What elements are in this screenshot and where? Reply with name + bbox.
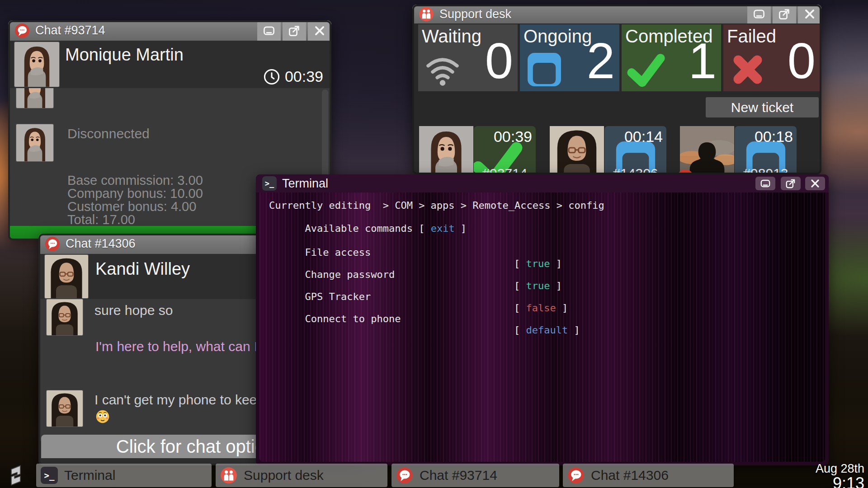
config-name: GPS Tracker [305, 291, 371, 302]
customer-name: Monique Martin [65, 45, 184, 65]
config-row-connect-to-phone: Connect to phone [ default ] [269, 302, 825, 347]
terminal-breadcrumb: Currently editing > COM > apps > Remote_… [269, 200, 604, 211]
commission-line: Total: 17.00 [67, 212, 135, 226]
stat-failed-value: 0 [788, 34, 816, 88]
terminal-prompt-icon: >_ [262, 176, 277, 191]
close-button[interactable] [805, 177, 825, 190]
ticket-avatar[interactable]: 1 [680, 126, 734, 180]
terminal-icon: >_ [41, 467, 58, 484]
ticket-avatar[interactable] [419, 126, 473, 180]
terminal-output: Currently editing > COM > apps > Remote_… [259, 192, 825, 462]
chat1-titlebar[interactable]: Chat #93714 [8, 20, 331, 41]
ticket-14306[interactable]: 00:14 #14306 [604, 126, 666, 180]
stat-completed-value: 1 [689, 34, 717, 88]
terminal-window-title: Terminal [282, 177, 328, 191]
status-message: Disconnected [67, 126, 150, 141]
ticket-avatar[interactable] [550, 126, 604, 180]
chat-bubble-icon [396, 467, 413, 484]
new-ticket-button[interactable]: New ticket [706, 97, 819, 117]
taskbar-item-chat-93714[interactable]: Chat #93714 [392, 464, 559, 487]
system-time: 9:13 [816, 476, 864, 488]
customer-message: sure hope so [94, 303, 173, 318]
support-desk-icon [419, 6, 434, 22]
new-ticket-label: New ticket [731, 100, 793, 115]
message-avatar [47, 299, 83, 335]
taskbar-label: Terminal [64, 468, 115, 483]
stat-completed: Completed 1 [622, 24, 721, 91]
close-icon [809, 178, 821, 189]
cross-icon [729, 51, 767, 89]
support-desk-titlebar[interactable]: Support desk [412, 5, 821, 23]
clock-icon [263, 68, 280, 85]
message-avatar [16, 88, 53, 108]
message-avatar [16, 124, 53, 161]
stat-waiting-value: 0 [485, 34, 513, 88]
checkmark-icon [627, 51, 665, 89]
ticket-93714[interactable]: 00:39 #93714 [474, 126, 536, 180]
stat-ongoing-value: 2 [587, 34, 615, 88]
window-support-desk: Support desk Waiting 0 Ongoing 2 Complet… [412, 5, 821, 174]
stat-failed: Failed 0 [723, 24, 820, 91]
chat-bubble-icon [567, 467, 585, 484]
customer-name: Kandi Willey [95, 259, 190, 279]
popout-icon [288, 24, 301, 38]
ticket-98913[interactable]: 00:18 #98913 [735, 126, 797, 180]
stat-ongoing: Ongoing 2 [520, 24, 619, 91]
taskbar-item-terminal[interactable]: >_ Terminal [36, 464, 212, 487]
close-icon [803, 7, 816, 21]
chat-bubble-icon [14, 23, 30, 38]
minimize-icon [262, 24, 276, 38]
config-name: Connect to phone [305, 313, 401, 324]
taskbar-label: Support desk [244, 468, 324, 483]
support-desk-icon [220, 467, 237, 484]
minimize-button[interactable] [747, 5, 771, 23]
taskbar-item-chat-14306[interactable]: Chat #14306 [563, 464, 734, 487]
exit-command[interactable]: exit [431, 223, 455, 234]
taskbar-label: Chat #93714 [420, 468, 497, 483]
minimize-button[interactable] [257, 20, 281, 41]
close-button[interactable] [798, 5, 821, 23]
chat1-window-title: Chat #93714 [35, 23, 105, 38]
popout-icon [785, 178, 797, 189]
chat1-timer: 00:39 [263, 68, 323, 85]
support-desk-window-title: Support desk [439, 7, 511, 21]
config-name: Change password [305, 269, 395, 280]
flushed-emoji [95, 409, 110, 424]
chat-bubble-icon [45, 236, 60, 252]
minimize-button[interactable] [755, 177, 775, 190]
stat-waiting: Waiting 0 [418, 24, 518, 91]
taskbar-label: Chat #14306 [591, 468, 669, 483]
wifi-icon [424, 51, 462, 89]
ongoing-window-icon [525, 51, 563, 89]
ticket-timer: 00:14 [624, 128, 663, 145]
ticket-timer: 00:18 [755, 128, 793, 145]
config-name: File access [305, 247, 371, 258]
close-button[interactable] [308, 20, 331, 41]
close-icon [313, 24, 326, 38]
terminal-titlebar[interactable]: >_ Terminal [256, 174, 829, 192]
customer-avatar [45, 255, 88, 298]
minimize-icon [752, 7, 766, 21]
ticket-timer: 00:39 [494, 128, 532, 145]
minimize-icon [760, 178, 771, 189]
config-value-button[interactable]: [ default ] [514, 324, 580, 336]
taskbar-item-support-desk[interactable]: Support desk [216, 464, 387, 487]
message-avatar [47, 390, 83, 427]
start-menu-logo[interactable] [5, 465, 26, 486]
popout-button[interactable] [283, 20, 306, 41]
popout-button[interactable] [781, 177, 801, 190]
chat2-window-title: Chat #14306 [66, 237, 136, 251]
popout-button[interactable] [773, 5, 796, 23]
system-clock: Aug 28th 9:13 [816, 462, 864, 488]
chat1-timer-value: 00:39 [285, 68, 323, 85]
chat1-customer-header: Monique Martin 00:39 [10, 41, 330, 88]
customer-avatar [14, 42, 59, 87]
window-terminal: >_ Terminal Currently editing > COM > ap… [256, 174, 829, 465]
popout-icon [778, 7, 791, 21]
